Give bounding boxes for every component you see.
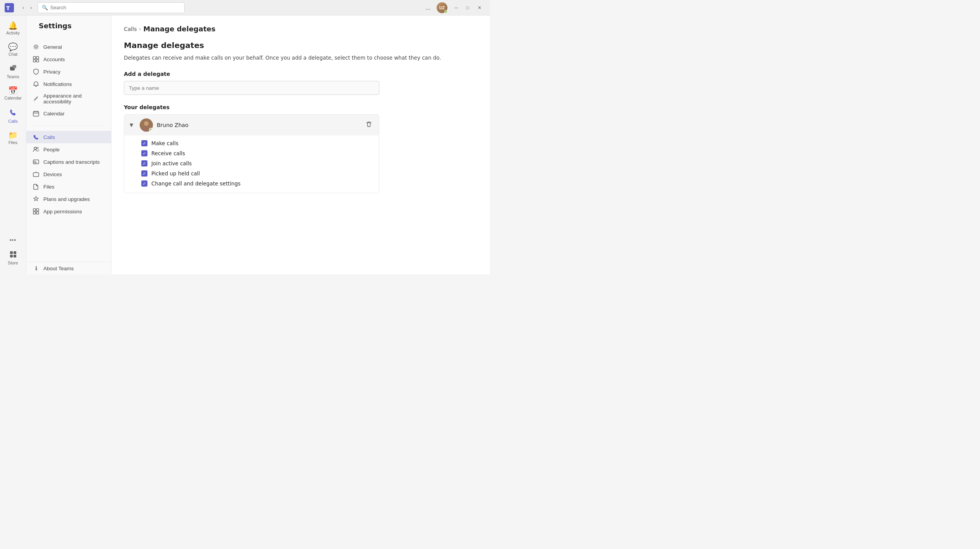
add-delegate-input[interactable] (124, 81, 379, 95)
minimize-button[interactable]: ─ (451, 3, 462, 12)
make-calls-checkbox[interactable]: ✓ (141, 140, 147, 146)
nav-arrows: ‹ › (20, 3, 34, 12)
settings-item-people[interactable]: People (26, 143, 111, 156)
svg-line-13 (34, 97, 38, 100)
files-settings-label: Files (43, 184, 55, 190)
settings-footer: ℹ About Teams (26, 262, 111, 274)
app-permissions-icon (33, 208, 39, 215)
chat-label: Chat (9, 52, 17, 57)
nav-bottom: ••• Store (2, 234, 24, 271)
permission-pickup-held: ✓ Picked up held call (141, 170, 371, 177)
breadcrumb-parent[interactable]: Calls (124, 26, 137, 32)
search-input[interactable] (50, 5, 180, 10)
svg-text:T: T (6, 5, 10, 11)
sidebar-item-files[interactable]: 📁 Files (2, 128, 24, 148)
teams-logo: T (5, 3, 14, 12)
settings-item-calendar[interactable]: Calendar (26, 107, 111, 120)
search-bar: 🔍 (38, 2, 185, 13)
delegate-expand-chevron[interactable]: ▼ (130, 122, 136, 128)
svg-rect-7 (14, 255, 16, 257)
change-settings-checkmark: ✓ (142, 181, 146, 186)
settings-item-files[interactable]: Files (26, 180, 111, 193)
svg-rect-6 (10, 255, 13, 257)
calls-icon (9, 108, 17, 118)
settings-item-app-permissions[interactable]: App permissions (26, 205, 111, 218)
delegate-avatar (140, 118, 153, 132)
more-icon: ••• (10, 237, 17, 243)
plans-label: Plans and upgrades (43, 196, 90, 202)
svg-point-8 (35, 46, 37, 48)
settings-item-general[interactable]: General (26, 41, 111, 53)
privacy-label: Privacy (43, 69, 60, 75)
join-active-checkbox[interactable]: ✓ (141, 160, 147, 166)
people-settings-icon (33, 146, 39, 153)
settings-item-privacy[interactable]: Privacy (26, 65, 111, 78)
sidebar-item-calls[interactable]: Calls (2, 105, 24, 127)
settings-item-accounts[interactable]: Accounts (26, 53, 111, 65)
back-button[interactable]: ‹ (20, 3, 26, 12)
page-title: Manage delegates (124, 41, 478, 50)
change-settings-checkbox[interactable]: ✓ (141, 180, 147, 187)
settings-item-captions[interactable]: Captions and transcripts (26, 156, 111, 168)
svg-rect-22 (33, 212, 36, 214)
svg-point-19 (36, 172, 36, 172)
pickup-held-label: Picked up held call (151, 170, 200, 177)
captions-label: Captions and transcripts (43, 159, 100, 165)
settings-item-plans[interactable]: Plans and upgrades (26, 193, 111, 205)
svg-rect-17 (33, 160, 39, 164)
forward-button[interactable]: › (28, 3, 34, 12)
pickup-held-checkmark: ✓ (142, 171, 146, 176)
delegate-name: Bruno Zhao (157, 122, 360, 128)
calls-settings-icon (33, 134, 39, 141)
calendar-settings-label: Calendar (43, 111, 65, 117)
sidebar-item-activity[interactable]: 🔔 Activity (2, 19, 24, 38)
calls-label: Calls (8, 119, 17, 124)
receive-calls-checkmark: ✓ (142, 151, 146, 156)
pickup-held-checkbox[interactable]: ✓ (141, 170, 147, 177)
search-icon: 🔍 (42, 5, 48, 10)
settings-item-calls[interactable]: Calls (26, 131, 111, 143)
permission-join-active: ✓ Join active calls (141, 160, 371, 166)
maximize-button[interactable]: □ (463, 3, 473, 12)
sidebar-item-store[interactable]: Store (2, 247, 24, 268)
notifications-icon (33, 81, 39, 87)
appearance-icon (33, 95, 39, 102)
general-label: General (43, 44, 62, 50)
privacy-icon (33, 68, 39, 75)
settings-item-devices[interactable]: Devices (26, 168, 111, 180)
delete-delegate-button[interactable] (364, 120, 373, 130)
svg-rect-23 (36, 212, 39, 214)
sidebar-item-more[interactable]: ••• (2, 234, 24, 246)
settings-item-notifications[interactable]: Notifications (26, 78, 111, 90)
more-options-button[interactable]: ... (422, 3, 433, 13)
delegate-header: ▼ Bruno Zhao (124, 115, 379, 136)
files-settings-icon (33, 183, 39, 190)
teams-label: Teams (7, 74, 19, 79)
calls-settings-label: Calls (43, 134, 55, 140)
plans-icon (33, 196, 39, 202)
make-calls-label: Make calls (151, 140, 178, 146)
svg-rect-12 (36, 60, 39, 62)
svg-rect-4 (10, 251, 13, 254)
make-calls-checkmark: ✓ (142, 141, 146, 146)
calendar-icon: 📅 (8, 87, 18, 94)
chat-icon: 💬 (8, 43, 18, 51)
avatar-online-indicator (444, 10, 447, 13)
accounts-icon (33, 56, 39, 63)
your-delegates-label: Your delegates (124, 104, 478, 110)
app-permissions-label: App permissions (43, 209, 82, 214)
close-button[interactable]: ✕ (474, 3, 485, 12)
svg-rect-3 (12, 65, 16, 68)
settings-item-appearance[interactable]: Appearance and accessibility (26, 90, 111, 107)
receive-calls-checkbox[interactable]: ✓ (141, 150, 147, 156)
change-settings-label: Change call and delegate settings (151, 180, 241, 187)
about-teams-button[interactable]: ℹ About Teams (26, 262, 111, 274)
sidebar-item-chat[interactable]: 💬 Chat (2, 40, 24, 60)
sidebar-item-teams[interactable]: Teams (2, 61, 24, 82)
breadcrumb-current: Manage delegates (143, 25, 215, 33)
titlebar: T ‹ › 🔍 ... UZ ─ □ ✕ (0, 0, 490, 15)
sidebar-item-calendar[interactable]: 📅 Calendar (2, 84, 24, 103)
accounts-label: Accounts (43, 57, 65, 62)
devices-label: Devices (43, 172, 62, 177)
main-content: Calls › Manage delegates Manage delegate… (111, 15, 490, 274)
